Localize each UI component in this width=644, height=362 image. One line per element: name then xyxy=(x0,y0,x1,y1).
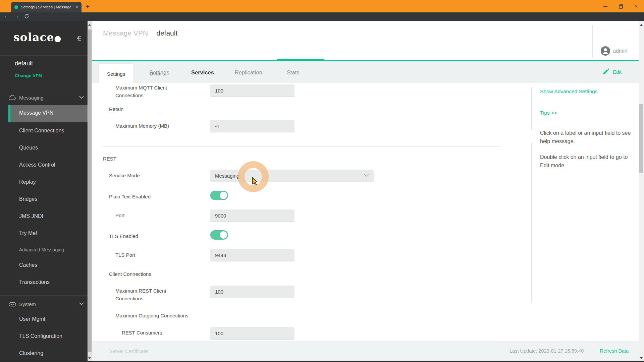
field-input-max-memory[interactable] xyxy=(210,120,294,132)
page-title-value: default xyxy=(156,29,177,37)
group-label-client-connections[interactable]: Client Connections xyxy=(109,270,151,278)
back-button[interactable]: ← xyxy=(4,13,9,19)
field-input-tls-port[interactable] xyxy=(210,249,294,261)
group-label-max-outgoing[interactable]: Maximum Outgoing Connections xyxy=(115,312,189,319)
scroll-up-icon[interactable] xyxy=(640,24,643,26)
scroll-down-icon[interactable] xyxy=(640,357,643,359)
click-indicator xyxy=(238,161,269,192)
content-scrollbar[interactable] xyxy=(88,21,92,362)
field-label-max-rest[interactable]: Maximum REST Client Connections xyxy=(115,287,181,302)
change-vpn-link[interactable]: Change VPN xyxy=(15,73,42,78)
scroll-down-icon[interactable] xyxy=(88,357,91,359)
sidebar-section-messaging[interactable]: Messaging xyxy=(19,95,44,101)
sidebar-label-advanced-messaging: Advanced Messaging xyxy=(19,247,64,252)
faded-next-field-label: Server Certificate xyxy=(109,348,148,354)
last-update-timestamp: Last Update: 2020-01-27 15:59:40 xyxy=(509,348,584,354)
field-input-port[interactable] xyxy=(210,209,294,222)
sidebar-item-message-vpn[interactable]: Message VPN xyxy=(19,110,53,116)
sidebar-item-user-mgmt[interactable]: User Mgmt xyxy=(19,316,45,322)
sidebar-item-bridges[interactable]: Bridges xyxy=(19,196,37,202)
footer-bar: Server Certificate Last Update: 2020-01-… xyxy=(92,342,639,361)
scrollbar-thumb[interactable] xyxy=(88,29,92,352)
favicon-icon xyxy=(14,5,18,9)
tab-close-icon[interactable]: × xyxy=(75,5,78,9)
refresh-data-link[interactable]: Refresh Data xyxy=(600,348,629,354)
sidebar-section-system[interactable]: System xyxy=(19,301,36,307)
sidebar-item-transactions[interactable]: Transactions xyxy=(19,279,50,285)
cloud-icon xyxy=(9,95,16,100)
sidebar-item-clustering[interactable]: Clustering xyxy=(19,350,43,356)
sidebar: solace● default Change VPN Messaging Mes… xyxy=(0,21,88,362)
field-label-plain-text-enabled[interactable]: Plain Text Enabled xyxy=(109,193,151,200)
help-panel-divider xyxy=(531,143,532,303)
subtab-details[interactable]: Details xyxy=(142,64,172,83)
header-divider xyxy=(592,25,593,57)
help-text-2: Double click on an input field to go to … xyxy=(540,153,633,170)
sidebar-item-client-connections[interactable]: Client Connections xyxy=(19,128,64,134)
browser-toolbar: ← → localhost:8080/#/msg-vpns/ZGVmYXVsdA… xyxy=(0,12,644,21)
field-label-tls-port[interactable]: TLS Port xyxy=(115,251,135,259)
window-close-button[interactable]: × xyxy=(631,3,641,10)
sidebar-item-jms-jndi[interactable]: JMS JNDI xyxy=(19,213,43,219)
plain-text-toggle[interactable] xyxy=(210,191,228,200)
field-label-max-memory[interactable]: Maximum Memory (MB) xyxy=(115,122,169,130)
browser-tab[interactable]: Settings | Services | Message VPN × xyxy=(11,2,82,12)
title-separator xyxy=(152,29,152,37)
window-minimize-button[interactable] xyxy=(600,3,610,10)
new-tab-button[interactable]: + xyxy=(86,3,90,10)
logged-in-user[interactable]: admin xyxy=(613,48,628,54)
scroll-up-icon[interactable] xyxy=(88,24,91,26)
collapse-sidebar-icon[interactable] xyxy=(74,35,82,41)
chevron-down-icon[interactable] xyxy=(79,302,84,305)
sub-tab-bar: Settings Details Edit xyxy=(92,61,639,83)
sidebar-item-tls-configuration[interactable]: TLS Configuration xyxy=(19,333,62,339)
field-label-service-mode[interactable]: Service Mode xyxy=(109,172,140,179)
field-label-rest-consumers[interactable]: REST Consumers xyxy=(122,329,162,337)
scrollbar-thumb[interactable] xyxy=(639,104,643,173)
system-broker-icon xyxy=(9,302,16,307)
pencil-icon xyxy=(602,68,609,75)
edit-button[interactable]: Edit xyxy=(602,68,622,75)
field-input-max-mqtt[interactable] xyxy=(210,84,294,97)
sidebar-item-replay[interactable]: Replay xyxy=(19,179,36,185)
field-label-max-mqtt[interactable]: Maximum MQTT Client Connections xyxy=(115,84,181,99)
help-panel-divider xyxy=(531,87,532,130)
group-label-retain[interactable]: Retain xyxy=(109,105,123,113)
show-advanced-settings-link[interactable]: Show Advanced Settings xyxy=(540,88,597,95)
service-mode-dropdown[interactable]: Messaging xyxy=(210,170,374,182)
chevron-down-icon xyxy=(364,174,369,177)
field-label-tls-enabled[interactable]: TLS Enabled xyxy=(109,232,138,240)
subtab-settings[interactable]: Settings xyxy=(99,64,133,84)
forward-button[interactable]: → xyxy=(14,13,19,19)
tips-link[interactable]: Tips >> xyxy=(540,110,557,116)
window-maximize-button[interactable] xyxy=(616,3,626,10)
reload-icon xyxy=(24,14,29,19)
page-header: Message VPNdefault Summary Settings Serv… xyxy=(92,21,639,61)
minimize-icon xyxy=(603,6,607,7)
field-label-port[interactable]: Port xyxy=(115,212,125,219)
sidebar-item-caches[interactable]: Caches xyxy=(19,262,37,268)
sidebar-item-access-control[interactable]: Access Control xyxy=(19,162,55,168)
page-title-prefix: Message VPN xyxy=(103,29,148,37)
browser-titlebar: Settings | Services | Message VPN × + × xyxy=(0,0,644,12)
toggle-knob xyxy=(220,231,227,239)
toggle-knob xyxy=(220,192,227,199)
sidebar-item-queues[interactable]: Queues xyxy=(19,145,38,151)
field-input-rest-consumers[interactable] xyxy=(210,327,294,339)
tab-title: Settings | Services | Message VPN xyxy=(21,5,73,9)
edit-button-label: Edit xyxy=(613,69,622,75)
service-mode-value: Messaging xyxy=(215,173,239,179)
tls-toggle[interactable] xyxy=(210,230,228,240)
sidebar-divider xyxy=(0,55,88,56)
page-title: Message VPNdefault xyxy=(103,29,177,37)
window-bottom-edge xyxy=(0,361,644,362)
sidebar-item-try-me[interactable]: Try Me! xyxy=(19,230,37,236)
settings-form-card: Maximum MQTT Client Connections Retain M… xyxy=(92,83,639,341)
chevron-down-icon[interactable] xyxy=(79,96,84,99)
window-scrollbar[interactable] xyxy=(639,21,644,362)
field-input-max-rest[interactable] xyxy=(210,286,294,298)
logo-dot: ● xyxy=(54,34,62,43)
user-avatar-icon[interactable] xyxy=(600,46,610,56)
group-label-rest[interactable]: REST xyxy=(103,155,116,163)
reload-button[interactable] xyxy=(24,14,29,19)
